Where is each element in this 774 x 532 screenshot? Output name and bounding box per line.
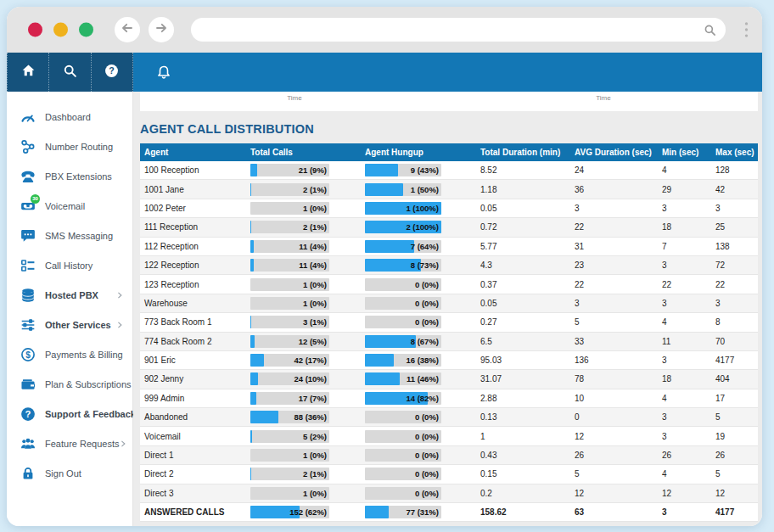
total-calls-bar: 11 (4%) [246, 259, 361, 272]
browser-back-button[interactable] [115, 17, 140, 42]
bar-fill [365, 372, 400, 385]
total-calls-bar: 1 (0%) [246, 487, 361, 500]
min-cell: 18 [658, 374, 711, 384]
search-icon[interactable] [704, 24, 716, 36]
bar-fill [365, 183, 403, 196]
column-header: Agent [140, 148, 246, 157]
agent-hungup-bar: 8 (67%) [361, 335, 476, 348]
avg-duration-cell: 3 [570, 204, 658, 213]
main-content: Time Time AGENT CALL DISTRIBUTION AgentT… [133, 92, 762, 526]
min-cell: 4 [658, 317, 711, 327]
total-duration-cell: 5.77 [476, 242, 570, 251]
max-cell: 5 [711, 469, 758, 479]
sidebar-item-sign-out[interactable]: Sign Out [7, 458, 132, 488]
agent-cell: 1001 Jane [140, 185, 246, 194]
max-cell: 4177 [711, 356, 758, 365]
sliders-icon [20, 317, 36, 333]
agent-hungup-bar: 0 (0%) [361, 297, 476, 310]
agent-cell: 100 Reception [140, 165, 246, 175]
bar-fill [250, 354, 264, 367]
table-row: 901 Eric42 (17%)16 (38%)95.0313634177 [140, 351, 758, 370]
window-zoom-button[interactable] [79, 23, 93, 37]
table-row: Direct 22 (1%)0 (0%)0.15545 [140, 465, 758, 484]
table-row: 774 Back Room 212 (5%)8 (67%)6.5331170 [140, 333, 758, 351]
sidebar-item-label: Sign Out [45, 468, 124, 479]
bar-fill [250, 164, 257, 176]
column-header: Max (sec) [711, 148, 758, 157]
sidebar-item-number-routing[interactable]: Number Routing [7, 132, 132, 161]
total-duration-cell: 0.05 [476, 299, 570, 308]
max-cell: 138 [711, 242, 758, 251]
sidebar-item-sms-messaging[interactable]: SMS Messaging [7, 221, 132, 250]
sidebar-item-dashboard[interactable]: Dashboard [7, 102, 132, 132]
browser-forward-button[interactable] [149, 17, 174, 42]
max-cell: 17 [711, 394, 758, 403]
server-icon [20, 288, 36, 303]
max-cell: 404 [711, 374, 758, 384]
bar-value-label: 11 (4%) [299, 259, 327, 272]
total-duration-cell: 1.18 [476, 185, 570, 194]
bar-value-label: 11 (4%) [299, 240, 327, 253]
window-close-button[interactable] [28, 23, 42, 37]
bar-value-label: 17 (7%) [299, 392, 327, 405]
agent-cell: 999 Admin [140, 394, 246, 403]
sidebar-item-label: Dashboard [45, 112, 124, 122]
url-input[interactable] [191, 24, 704, 36]
list-icon [20, 258, 36, 273]
sidebar-item-hosted-pbx[interactable]: Hosted PBX [7, 280, 132, 310]
avg-duration-cell: 23 [570, 260, 658, 270]
avg-duration-cell: 12 [570, 432, 658, 441]
phone-icon [20, 169, 36, 184]
wallet-icon [20, 377, 36, 392]
nav-home-button[interactable] [7, 53, 49, 92]
agent-hungup-bar: 0 (0%) [361, 468, 476, 480]
people-icon [20, 436, 36, 451]
max-cell: 25 [711, 222, 758, 232]
sidebar-item-payments-billing[interactable]: $ Payments & Billing [7, 339, 132, 369]
sidebar-item-label: SMS Messaging [45, 231, 124, 241]
avg-duration-cell: 22 [570, 222, 658, 232]
min-cell: 11 [658, 337, 711, 346]
sidebar-item-label: Payments & Billing [45, 350, 124, 360]
total-duration-cell: 0.72 [476, 222, 570, 232]
table-row: 1001 Jane2 (1%)1 (50%)1.18362942 [140, 180, 758, 199]
search-icon [63, 64, 77, 81]
table-row: 123 Reception1 (0%)0 (0%)0.37222222 [140, 275, 758, 294]
sidebar-item-other-services[interactable]: Other Services [7, 310, 132, 339]
nav-search-button[interactable] [49, 53, 91, 92]
charts-footer-strip: Time Time [140, 92, 758, 111]
agent-hungup-bar: 0 (0%) [361, 487, 476, 500]
table-row: 999 Admin17 (7%)14 (82%)2.8810417 [140, 389, 758, 408]
bar-fill [250, 316, 251, 328]
min-cell: 3 [658, 204, 711, 213]
bar-fill [250, 468, 251, 480]
sidebar-item-call-history[interactable]: Call History [7, 250, 132, 280]
agent-hungup-bar: 7 (64%) [361, 240, 476, 253]
avg-duration-cell: 78 [570, 374, 658, 384]
sidebar-item-pbx-extensions[interactable]: PBX Extensions [7, 161, 132, 191]
total-duration-cell: 0.37 [476, 280, 570, 289]
sidebar-item-feature-requests[interactable]: Feature Requests [7, 428, 132, 458]
back-arrow-icon [121, 21, 134, 38]
agent-cell: 774 Back Room 2 [140, 337, 246, 346]
bar-fill [250, 372, 258, 385]
window-minimize-button[interactable] [53, 23, 68, 37]
chart-x-axis-label: Time [140, 92, 449, 111]
total-calls-bar: 2 (1%) [246, 183, 361, 196]
agent-cell: 122 Reception [140, 260, 246, 270]
nav-help-button[interactable]: ? [92, 53, 133, 92]
bar-value-label: 0 (0%) [415, 316, 439, 328]
notifications-bell-button[interactable] [156, 64, 171, 80]
max-cell: 42 [711, 185, 758, 194]
kebab-menu-icon[interactable] [742, 19, 750, 41]
sidebar-item-voicemail[interactable]: 30 Voicemail [7, 191, 132, 221]
sidebar-item-support-feedback[interactable]: ? Support & Feedback [7, 399, 132, 428]
min-cell: 3 [658, 356, 711, 365]
total-calls-bar: 5 (2%) [246, 430, 361, 443]
bar-value-label: 1 (0%) [303, 449, 327, 462]
agent-hungup-bar: 11 (46%) [361, 372, 476, 385]
total-duration-cell: 0.2 [476, 489, 570, 498]
sidebar-item-plan-subscriptions[interactable]: Plan & Subscriptions [7, 369, 132, 399]
chat-bubble-icon [20, 228, 36, 244]
bar-value-label: 11 (46%) [407, 372, 439, 385]
